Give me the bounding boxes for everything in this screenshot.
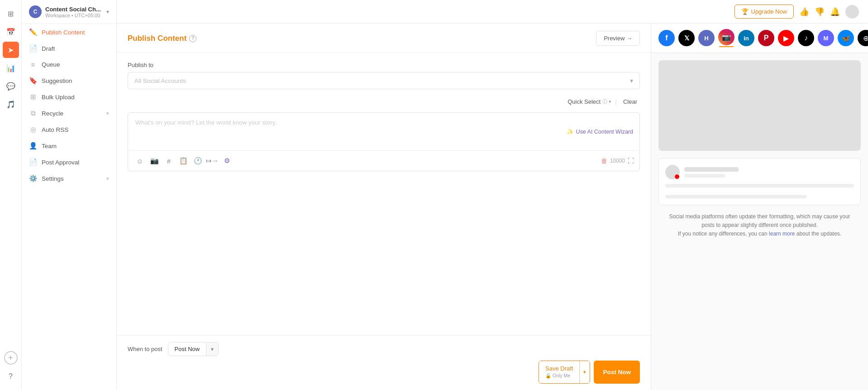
publish-preview-row: Publish Content ? Preview → Publish to A… bbox=[117, 24, 868, 390]
sidebar-item-label: Draft bbox=[42, 45, 55, 52]
post-content-area[interactable]: What's on your mind? Let the world know … bbox=[128, 112, 640, 171]
messages-icon[interactable]: 💬 bbox=[3, 78, 19, 94]
sidebar-item-recycle[interactable]: ⧉ Recycle ▾ bbox=[22, 105, 116, 121]
sidebar-item-queue[interactable]: ≡ Queue bbox=[22, 57, 116, 72]
magic-icon[interactable]: ⚙ bbox=[220, 154, 233, 167]
preview-text-line2 bbox=[665, 195, 807, 198]
notes-icon[interactable]: 📋 bbox=[177, 154, 190, 167]
tab-mastodon[interactable]: M bbox=[818, 30, 834, 46]
textarea-placeholder[interactable]: What's on your mind? Let the world know … bbox=[128, 113, 560, 150]
preview-user-info bbox=[684, 167, 854, 178]
tab-facebook[interactable]: f bbox=[658, 30, 675, 46]
audio-icon[interactable]: 🎵 bbox=[3, 96, 19, 112]
learn-more-link[interactable]: learn more bbox=[769, 231, 795, 237]
workspace-chevron-icon[interactable]: ▾ bbox=[106, 9, 109, 15]
action-buttons-row: Save Draft 🔒 Only Me ▾ Post Now bbox=[128, 361, 640, 384]
upgrade-button[interactable]: 🏆 Upgrade Now bbox=[734, 5, 794, 19]
delete-icon[interactable]: 🗑 bbox=[601, 157, 607, 164]
tab-active-indicator bbox=[719, 46, 734, 47]
preview-note-text3: about the updates. bbox=[796, 231, 841, 237]
ai-wizard-button[interactable]: ✨ Use AI Content Wizard bbox=[560, 113, 639, 150]
sidebar-icons: ⊞ 📅 ➤ 📊 💬 🎵 + ? bbox=[0, 0, 22, 390]
thumbs-down-icon[interactable]: 👎 bbox=[815, 7, 825, 17]
sidebar-item-draft[interactable]: 📄 Draft bbox=[22, 40, 116, 57]
post-time-value: Post Now bbox=[168, 342, 206, 356]
global-topbar: 🏆 Upgrade Now 👍 👎 🔔 bbox=[117, 0, 868, 24]
text-area-top: What's on your mind? Let the world know … bbox=[128, 113, 639, 150]
hashtag-icon[interactable]: # bbox=[162, 154, 175, 167]
preview-post-card bbox=[658, 158, 861, 205]
analytics-icon[interactable]: 📊 bbox=[3, 60, 19, 76]
sidebar-item-suggestion[interactable]: 🔖 Suggestion bbox=[22, 72, 116, 89]
tab-tiktok[interactable]: ♪ bbox=[798, 30, 814, 46]
tab-linkedin[interactable]: in bbox=[738, 30, 754, 46]
expand-icon[interactable]: ⛶ bbox=[628, 157, 634, 164]
sidebar-item-post-approval[interactable]: 📄 Post Approval bbox=[22, 154, 116, 170]
save-draft-dropdown-icon[interactable]: ▾ bbox=[579, 361, 590, 383]
help-icon[interactable]: ? bbox=[3, 368, 19, 385]
preview-name-placeholder bbox=[684, 167, 739, 172]
sidebar-item-label: Queue bbox=[42, 61, 60, 68]
add-workspace-button[interactable]: + bbox=[4, 351, 18, 365]
preview-panel: f 𝕏 H 📷 in P ▶ bbox=[651, 24, 868, 390]
post-time-select[interactable]: Post Now ▾ bbox=[168, 342, 219, 356]
post-now-button[interactable]: Post Now bbox=[594, 361, 640, 384]
recycle-expand-icon: ▾ bbox=[106, 111, 109, 116]
sidebar-item-label: Publish Content bbox=[42, 29, 85, 36]
sidebar-item-team[interactable]: 👤 Team bbox=[22, 138, 116, 154]
emoji-icon[interactable]: ☺ bbox=[134, 154, 146, 167]
char-count-value: 10000 bbox=[610, 158, 625, 164]
tab-hootsuite[interactable]: H bbox=[698, 30, 715, 46]
preview-user-row bbox=[665, 165, 854, 179]
share-icon[interactable]: ↦→ bbox=[206, 154, 219, 167]
dashboard-icon[interactable]: ⊞ bbox=[3, 5, 19, 22]
upgrade-icon: 🏆 bbox=[741, 8, 749, 15]
accounts-chevron-icon: ▾ bbox=[630, 77, 633, 84]
sidebar-item-auto-rss[interactable]: ◎ Auto RSS bbox=[22, 121, 116, 138]
tab-pinterest[interactable]: P bbox=[758, 30, 774, 46]
nav-panel: C Content Social Ch... Workspace • UTC+0… bbox=[22, 0, 117, 390]
preview-button[interactable]: Preview → bbox=[596, 31, 640, 46]
preview-avatar-badge bbox=[674, 174, 680, 179]
sidebar-item-publish[interactable]: ✏️ Publish Content bbox=[22, 24, 116, 40]
tab-threads[interactable]: ⊕ bbox=[858, 30, 868, 46]
sidebar-item-label: Bulk Upload bbox=[42, 94, 75, 101]
clear-button[interactable]: Clear bbox=[620, 97, 640, 106]
save-draft-button[interactable]: Save Draft 🔒 Only Me bbox=[539, 361, 579, 383]
help-circle-icon[interactable]: ? bbox=[189, 35, 196, 42]
tab-bluesky[interactable]: 🦋 bbox=[838, 30, 854, 46]
recycle-nav-icon: ⧉ bbox=[29, 109, 37, 117]
separator: | bbox=[615, 98, 617, 106]
tab-instagram[interactable]: 📷 bbox=[718, 29, 734, 45]
notification-icon[interactable]: 🔔 bbox=[830, 7, 840, 17]
tab-twitter[interactable]: 𝕏 bbox=[678, 30, 695, 46]
tab-youtube[interactable]: ▶ bbox=[778, 30, 794, 46]
post-time-chevron-icon[interactable]: ▾ bbox=[206, 343, 218, 356]
quick-select-row: Quick Select ⓘ ▾ | Clear bbox=[128, 97, 640, 106]
user-avatar[interactable] bbox=[845, 5, 859, 19]
workspace-selector[interactable]: C Content Social Ch... Workspace • UTC+0… bbox=[22, 0, 116, 24]
preview-text-line1 bbox=[665, 184, 854, 188]
when-to-post-row: When to post Post Now ▾ bbox=[128, 342, 640, 356]
lock-icon: 🔒 bbox=[545, 373, 551, 379]
thumbs-up-icon[interactable]: 👍 bbox=[799, 7, 809, 17]
calendar-icon[interactable]: 📅 bbox=[3, 24, 19, 40]
text-toolbar: ☺ 📷 # 📋 🕐 ↦→ ⚙ 🗑 10000 ⛶ bbox=[128, 150, 639, 171]
quick-select-help-icon[interactable]: ⓘ ▾ bbox=[602, 98, 611, 105]
sidebar-item-bulk-upload[interactable]: ⊞ Bulk Upload bbox=[22, 89, 116, 105]
accounts-dropdown[interactable]: All Social Accounts ▾ bbox=[128, 72, 640, 89]
sidebar-item-settings[interactable]: ⚙️ Settings ▾ bbox=[22, 170, 116, 187]
clock-icon[interactable]: 🕐 bbox=[191, 154, 204, 167]
ai-wizard-label: Use AI Content Wizard bbox=[576, 129, 633, 135]
publish-to-section: Publish to All Social Accounts ▾ bbox=[128, 62, 640, 89]
workspace-sub: Workspace • UTC+05:00 bbox=[45, 13, 103, 18]
publish-panel: Publish Content ? Preview → Publish to A… bbox=[117, 24, 651, 390]
preview-avatar bbox=[665, 165, 680, 179]
settings-nav-icon: ⚙️ bbox=[29, 174, 37, 183]
publish-body: Publish to All Social Accounts ▾ Quick S… bbox=[117, 53, 651, 335]
ai-wizard-icon: ✨ bbox=[567, 128, 574, 135]
image-icon[interactable]: 📷 bbox=[148, 154, 161, 167]
save-draft-group: Save Draft 🔒 Only Me ▾ bbox=[539, 361, 590, 384]
publish-icon[interactable]: ➤ bbox=[3, 42, 19, 58]
sidebar-item-label: Team bbox=[42, 143, 57, 149]
